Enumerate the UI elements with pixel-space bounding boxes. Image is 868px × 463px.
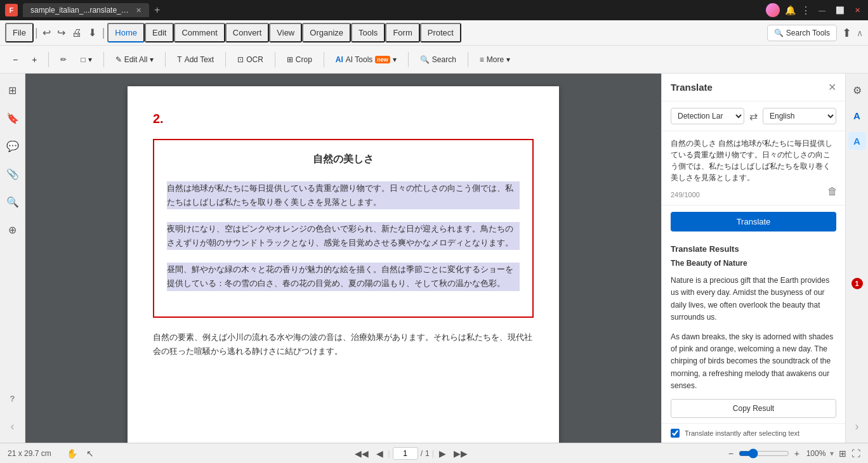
notification-icon[interactable]: 🔔 bbox=[785, 5, 796, 15]
page-next-btn[interactable]: ▶ bbox=[437, 447, 449, 460]
sidebar-layers[interactable]: ⊕ bbox=[4, 221, 22, 238]
highlight-btn[interactable]: ✏ bbox=[55, 52, 72, 67]
sidebar-help[interactable]: ? bbox=[4, 389, 22, 407]
edit-icon: ✎ bbox=[115, 55, 122, 64]
page-first-btn[interactable]: ◀◀ bbox=[352, 447, 371, 460]
menu-organize[interactable]: Organize bbox=[302, 23, 351, 42]
paragraph-2: 夜明けになり、空はピンクやオレンジの色合いで彩られ、新たな日が迎えられます。鳥た… bbox=[167, 222, 520, 250]
sidebar-search[interactable]: 🔍 bbox=[4, 193, 22, 211]
right-nav-next[interactable]: › bbox=[848, 417, 866, 435]
zoom-dropdown[interactable]: ▾ bbox=[830, 449, 834, 458]
more-btn[interactable]: ≡ More ▾ bbox=[475, 52, 515, 67]
zoom-in-btn[interactable]: + bbox=[27, 51, 42, 68]
translate-instantly-checkbox[interactable] bbox=[671, 429, 680, 438]
active-tab[interactable]: sample_italian_...ranslate_1.pdf ✕ bbox=[23, 3, 149, 17]
close-btn[interactable]: ✕ bbox=[852, 6, 863, 15]
target-lang-select[interactable]: English Spanish French German bbox=[763, 108, 836, 124]
fit-page-btn[interactable]: ⊞ bbox=[839, 448, 846, 459]
menu-view[interactable]: View bbox=[269, 23, 302, 42]
source-lang-select[interactable]: Detection Lar Japanese Auto Detect bbox=[671, 108, 744, 124]
zoom-in-bottom-btn[interactable]: + bbox=[792, 447, 802, 460]
zoom-out-btn[interactable]: − bbox=[8, 51, 23, 68]
menu-comment[interactable]: Comment bbox=[174, 23, 225, 42]
pdf-viewer[interactable]: 2. 自然の美しさ 自然は地球が私たちに毎日提供している貴重な贈り物です。日々の… bbox=[25, 74, 661, 443]
avatar bbox=[766, 3, 780, 17]
doc-title: 自然の美しさ bbox=[167, 153, 520, 166]
translate-results-title: Translate Results bbox=[671, 238, 836, 258]
translate-btn[interactable]: Translate bbox=[671, 212, 836, 232]
crop-icon: ⊞ bbox=[287, 55, 293, 64]
right-translate-icon[interactable]: A bbox=[848, 132, 866, 150]
sep5 bbox=[275, 52, 275, 67]
sidebar-bookmarks[interactable]: 🔖 bbox=[4, 109, 22, 127]
toolbar-redo[interactable]: ↪ bbox=[54, 24, 69, 41]
swap-lang-btn[interactable]: ⇄ bbox=[749, 110, 758, 122]
highlight-icon: ✏ bbox=[60, 55, 67, 64]
right-ai-icon[interactable]: A bbox=[848, 107, 866, 124]
menu-protect[interactable]: Protect bbox=[420, 23, 461, 42]
copy-result-btn[interactable]: Copy Result bbox=[671, 399, 836, 418]
search-tools-btn[interactable]: 🔍 Search Tools bbox=[767, 25, 837, 41]
zoom-in-icon: + bbox=[32, 55, 37, 65]
translate-header: Translate ✕ bbox=[662, 74, 845, 101]
left-sidebar: ⊞ 🔖 💬 📎 🔍 ⊕ ? ‹ bbox=[0, 74, 25, 443]
sidebar-pages[interactable]: ⊞ bbox=[4, 81, 22, 99]
toolbar: − + ✏ □ ▾ ✎ Edit All ▾ T Add Text ⊡ OCR … bbox=[0, 46, 868, 74]
translate-input-area: 自然の美しさ 自然は地球が私たちに毎日提供している貴重な贈り物です。日々の忙しさ… bbox=[662, 131, 845, 205]
translate-input-text: 自然の美しさ 自然は地球が私たちに毎日提供している貴重な贈り物です。日々の忙しさ… bbox=[671, 138, 836, 188]
tab-close-icon[interactable]: ✕ bbox=[136, 6, 141, 15]
new-badge: new bbox=[375, 56, 390, 63]
new-tab-btn[interactable]: + bbox=[152, 4, 162, 16]
ai-tools-btn[interactable]: AI AI Tools new ▾ bbox=[331, 52, 402, 67]
sidebar-nav-prev[interactable]: ‹ bbox=[4, 417, 22, 435]
translate-close-btn[interactable]: ✕ bbox=[828, 81, 836, 93]
menu-bar: File | ↩ ↪ 🖨 ⬇ | Home Edit Comment Conve… bbox=[0, 20, 868, 46]
collapse-btn[interactable]: ∧ bbox=[857, 28, 863, 38]
right-settings-icon[interactable]: ⚙ bbox=[848, 81, 866, 99]
ai-arrow: ▾ bbox=[393, 55, 397, 64]
menu-form[interactable]: Form bbox=[385, 23, 419, 42]
ocr-btn[interactable]: ⊡ OCR bbox=[232, 52, 268, 67]
sidebar-attachments[interactable]: 📎 bbox=[4, 165, 22, 183]
sidebar-comments[interactable]: 💬 bbox=[4, 137, 22, 155]
sep7 bbox=[408, 52, 409, 67]
edit-all-btn[interactable]: ✎ Edit All ▾ bbox=[110, 52, 159, 67]
sep3 bbox=[165, 52, 166, 67]
menu-convert[interactable]: Convert bbox=[225, 23, 270, 42]
total-pages: 1 bbox=[425, 449, 430, 458]
menu-edit[interactable]: Edit bbox=[145, 23, 174, 42]
shapes-arrow: ▾ bbox=[88, 55, 92, 64]
menu-tools[interactable]: Tools bbox=[351, 23, 385, 42]
zoom-slider[interactable] bbox=[739, 448, 789, 459]
paragraph-1: 自然は地球が私たちに毎日提供している貴重な贈り物です。日々の忙しさの向こう側では… bbox=[167, 181, 520, 209]
fullscreen-btn[interactable]: ⛶ bbox=[852, 448, 860, 459]
maximize-btn[interactable]: ⬜ bbox=[833, 6, 847, 15]
menu-bar-right: 🔍 Search Tools ⬆ ∧ bbox=[767, 25, 863, 41]
shapes-icon: □ bbox=[81, 55, 85, 64]
shapes-btn[interactable]: □ ▾ bbox=[76, 52, 96, 67]
paragraph-3: 昼間、鮮やかな緑の木々と花の香りが魅力的な絵を描く。自然は季節ごとに変化するショ… bbox=[167, 263, 520, 290]
toolbar-download[interactable]: ⬇ bbox=[85, 24, 100, 41]
toolbar-print[interactable]: 🖨 bbox=[69, 25, 85, 41]
page-separator2: | bbox=[432, 449, 434, 458]
menu-file[interactable]: File bbox=[5, 23, 34, 42]
toolbar-undo[interactable]: ↩ bbox=[39, 24, 54, 41]
crop-btn[interactable]: ⊞ Crop bbox=[282, 52, 317, 67]
select-mode-btn[interactable]: ↖ bbox=[84, 447, 96, 460]
zoom-out-icon: − bbox=[13, 55, 18, 65]
paragraph-4: 自然の要素、例えば小川の流れる水や海の波の音は、治療効果があります。それらは私た… bbox=[153, 330, 534, 358]
add-text-btn[interactable]: T Add Text bbox=[172, 52, 219, 67]
upload-btn[interactable]: ⬆ bbox=[842, 26, 852, 40]
current-page-input[interactable] bbox=[393, 447, 418, 460]
cursor-mode-btn[interactable]: ✋ bbox=[64, 447, 80, 460]
translate-results-text: The Beauty of Nature Nature is a preciou… bbox=[671, 258, 836, 394]
zoom-out-bottom-btn[interactable]: − bbox=[726, 447, 736, 460]
page-last-btn[interactable]: ▶▶ bbox=[451, 447, 470, 460]
translate-lang-row: Detection Lar Japanese Auto Detect ⇄ Eng… bbox=[662, 101, 845, 131]
menu-home[interactable]: Home bbox=[107, 23, 145, 42]
translate-delete-btn[interactable]: 🗑 bbox=[827, 186, 838, 197]
minimize-btn[interactable]: — bbox=[816, 6, 828, 14]
page-prev-btn[interactable]: ◀ bbox=[374, 447, 386, 460]
search-btn[interactable]: 🔍 Search bbox=[415, 52, 461, 67]
menu-icon[interactable]: ⋮ bbox=[801, 4, 811, 16]
